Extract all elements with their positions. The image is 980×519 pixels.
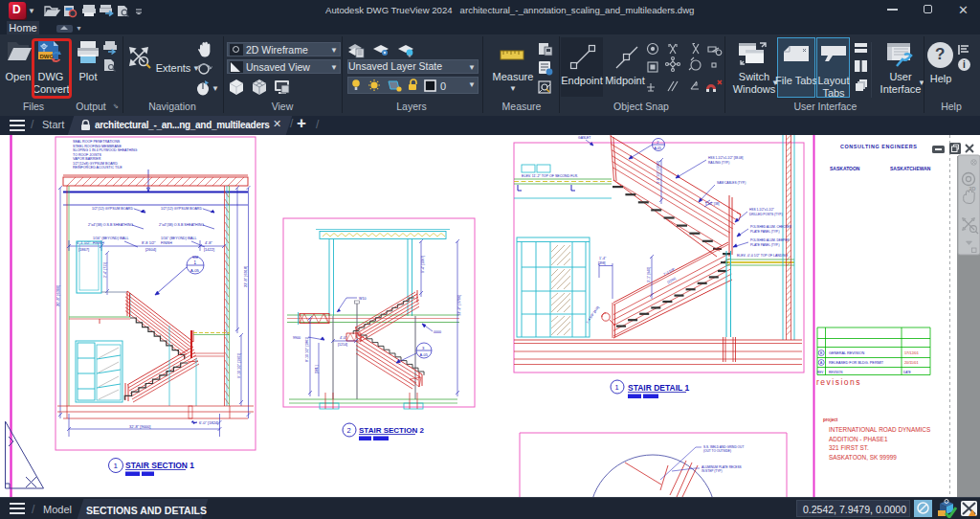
svg-text:[1214]: [1214] <box>338 343 347 347</box>
svg-text:9900: 9900 <box>293 336 301 340</box>
svg-text:SIM: SIM <box>192 256 198 260</box>
svg-text:2'-4" [711]: 2'-4" [711] <box>103 262 107 278</box>
svg-text:PLATE PANEL (TYP.): PLATE PANEL (TYP.) <box>750 230 780 234</box>
svg-text:SAW CABLES (TYP.): SAW CABLES (TYP.) <box>717 181 746 185</box>
svg-text:2"x4"(38) O.S.B SHEATHING: 2"x4"(38) O.S.B SHEATHING <box>159 223 204 227</box>
svg-text:12'-2" [3706]: 12'-2" [3706] <box>457 295 461 316</box>
svg-text:1: 1 <box>615 383 619 392</box>
svg-text:[181.]: [181.] <box>315 365 319 373</box>
svg-text:20/11/01: 20/11/01 <box>904 361 919 365</box>
svg-text:[1867]: [1867] <box>78 247 89 252</box>
svg-text:1/2"(12x8) GYPSUM BOARD: 1/2"(12x8) GYPSUM BOARD <box>73 162 118 166</box>
svg-text:STEEL ROOFING MEMBRANE: STEEL ROOFING MEMBRANE <box>73 145 122 148</box>
svg-text:3'-1" [940]: 3'-1" [940] <box>647 267 651 282</box>
svg-text:6'-0" [1824]: 6'-0" [1824] <box>199 420 218 425</box>
svg-text:1/16" (BEYOND) WALL: 1/16" (BEYOND) WALL <box>93 237 129 240</box>
svg-text:A-05: A-05 <box>420 352 429 357</box>
svg-text:REV: REV <box>817 371 823 374</box>
svg-text:TO ROOF JOISTS: TO ROOF JOISTS <box>73 153 101 157</box>
svg-text:1/16" (BEYOND) WALL: 1/16" (BEYOND) WALL <box>161 237 197 240</box>
svg-text:[398]: [398] <box>598 261 606 265</box>
svg-text:1: 1 <box>114 462 119 470</box>
svg-text:9'-10 1/2" [1901]: 9'-10 1/2" [1901] <box>237 353 241 378</box>
svg-text:DRILLED POSTS (TYP.): DRILLED POSTS (TYP.) <box>749 213 783 216</box>
svg-text:GASLET: GASLET <box>578 136 590 140</box>
svg-text:IN STEP (TYP): IN STEP (TYP) <box>702 469 723 473</box>
svg-text:[1422]: [1422] <box>204 247 214 252</box>
svg-text:HSS 1-1/2"x1-1/2" [38.08]: HSS 1-1/2"x1-1/2" [38.08] <box>708 156 744 160</box>
svg-text:W10: W10 <box>359 297 366 301</box>
svg-text:321 FIRST ST.: 321 FIRST ST. <box>829 444 869 451</box>
svg-text:9'-4" [1067]: 9'-4" [1067] <box>421 256 425 273</box>
svg-text:1/2"(12) GYPSUM BOARD: 1/2"(12) GYPSUM BOARD <box>161 207 202 211</box>
svg-text:(OUT TO OUTSIDE): (OUT TO OUTSIDE) <box>703 449 731 453</box>
svg-text:8'-8 1/2": 8'-8 1/2" <box>142 240 156 245</box>
svg-text:GENERAL REVISION: GENERAL REVISION <box>829 351 864 355</box>
svg-text:DATE: DATE <box>903 371 911 374</box>
svg-text:2: 2 <box>347 426 351 435</box>
svg-text:SASKATOON: SASKATOON <box>830 166 860 171</box>
svg-text:1 1/2" [38]: 1 1/2" [38] <box>705 202 720 206</box>
svg-text:2: 2 <box>657 141 658 145</box>
svg-text:project: project <box>823 417 838 422</box>
svg-text:1'-4": 1'-4" <box>599 257 607 260</box>
svg-text:2D: 2D <box>969 186 976 192</box>
svg-text:SLOPING 1 IN 4 PLYWOOD SHEATHI: SLOPING 1 IN 4 PLYWOOD SHEATHING <box>73 148 138 152</box>
svg-text:VAPOR BARRIER: VAPOR BARRIER <box>73 157 101 161</box>
svg-text:32'-8" [9000]: 32'-8" [9000] <box>129 424 150 429</box>
svg-text:A-05: A-05 <box>190 268 200 273</box>
svg-text:17/12/01: 17/12/01 <box>904 351 919 355</box>
svg-text:SASKATCHEWAN: SASKATCHEWAN <box>890 166 931 171</box>
svg-text:SEAL ROOF PENETRATIONS: SEAL ROOF PENETRATIONS <box>73 140 121 144</box>
svg-text:0000: 0000 <box>434 330 441 334</box>
svg-text:RELEASED FOR BLDG. PERMIT: RELEASED FOR BLDG. PERMIT <box>829 361 884 365</box>
svg-text:CONSULTING ENGINEERS: CONSULTING ENGINEERS <box>840 144 918 149</box>
svg-text:HSS 1-1/2"x1-1/2": HSS 1-1/2"x1-1/2" <box>749 208 774 212</box>
svg-text:SASKATOON, SK 99999: SASKATOON, SK 99999 <box>829 454 897 461</box>
svg-text:REVISION: REVISION <box>829 371 842 374</box>
svg-text:REINFORCED ACOUSTIC TILE: REINFORCED ACOUSTIC TILE <box>73 166 122 169</box>
svg-text:POLISHED ALUM. CHECKER: POLISHED ALUM. CHECKER <box>750 225 792 229</box>
svg-text:ELEV. 11'-2" TOP OF SECOND FLR: ELEV. 11'-2" TOP OF SECOND FLR. <box>522 174 578 178</box>
svg-text:STAIR DETAIL 1: STAIR DETAIL 1 <box>628 383 690 393</box>
svg-text:1/2"(12) GYPSUM BOARD: 1/2"(12) GYPSUM BOARD <box>92 207 133 211</box>
svg-text:2"x4"(38) O.S.B SHEATHING: 2"x4"(38) O.S.B SHEATHING <box>88 223 133 227</box>
svg-text:STAIR SECTION 2: STAIR SECTION 2 <box>359 426 424 435</box>
svg-text:POLISHED ALUM. DEEPER: POLISHED ALUM. DEEPER <box>750 238 790 242</box>
svg-text:[2604]: [2604] <box>145 247 156 252</box>
svg-text:4'-0": 4'-0" <box>340 336 347 340</box>
svg-text:RAILING (TYP.): RAILING (TYP.) <box>708 161 729 165</box>
svg-text:STAIR SECTION 1: STAIR SECTION 1 <box>125 461 194 470</box>
svg-text:8'-10 1/2" [1861]: 8'-10 1/2" [1861] <box>305 337 309 362</box>
svg-text:4'-8": 4'-8" <box>205 240 213 245</box>
svg-text:ELEV. -0'-0 1/2" TOP OF LANDIN: ELEV. -0'-0 1/2" TOP OF LANDING <box>737 254 789 258</box>
svg-text:revisions: revisions <box>816 377 861 387</box>
svg-text:PLATE PANEL (TYP.): PLATE PANEL (TYP.) <box>750 243 780 247</box>
svg-text:20'-8" [6300]: 20'-8" [6300] <box>56 285 60 306</box>
svg-text:3'-6 1/2" [1080]: 3'-6 1/2" [1080] <box>657 161 660 184</box>
svg-text:INTERNATIONAL ROAD DYNAMICS: INTERNATIONAL ROAD DYNAMICS <box>829 426 930 433</box>
svg-text:A-05: A-05 <box>655 147 662 150</box>
svg-text:ADDITION - PHASE1: ADDITION - PHASE1 <box>829 436 888 442</box>
svg-text:FINISH: FINISH <box>161 241 172 245</box>
svg-text:22'-8" [6918]: 22'-8" [6918] <box>243 266 248 287</box>
